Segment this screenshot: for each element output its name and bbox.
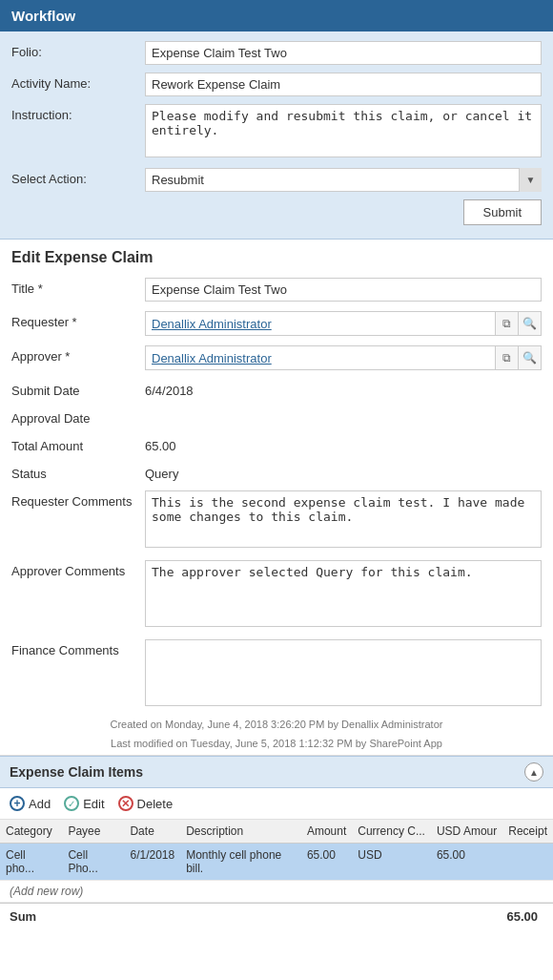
submit-row: Submit [11, 199, 542, 225]
instruction-textarea[interactable]: Please modify and resubmit this claim, o… [145, 104, 542, 157]
add-icon: + [10, 796, 25, 811]
items-table: Category Payee Date Description Amount C… [0, 820, 553, 881]
workflow-header: Workflow [0, 0, 553, 31]
finance-comments-textarea[interactable] [145, 639, 542, 706]
approval-date-value [145, 407, 542, 411]
folio-input[interactable] [145, 41, 542, 65]
finance-comments-row: Finance Comments [11, 639, 542, 709]
table-row[interactable]: Cell pho... Cell Pho... 6/1/2018 Monthly… [0, 844, 553, 881]
submit-button[interactable]: Submit [463, 199, 542, 225]
collapse-button[interactable]: ▲ [524, 762, 543, 782]
finance-comments-label: Finance Comments [11, 639, 145, 657]
sum-value: 65.00 [506, 909, 543, 924]
cell-currency: USD [352, 844, 431, 881]
title-input[interactable] [145, 278, 542, 302]
meta-modified: Last modified on Tuesday, June 5, 2018 1… [11, 738, 542, 749]
title-row: Title * [11, 278, 542, 302]
folio-label: Folio: [11, 41, 145, 59]
status-text: Query [145, 463, 542, 481]
meta-created: Created on Monday, June 4, 2018 3:26:20 … [11, 719, 542, 730]
approver-label: Approver * [11, 345, 145, 364]
submit-date-text: 6/4/2018 [145, 380, 542, 398]
cell-amount: 65.00 [301, 844, 352, 881]
requester-copy-icon[interactable]: ⧉ [495, 312, 518, 335]
instruction-label: Instruction: [11, 104, 145, 122]
add-label: Add [29, 797, 51, 811]
col-category: Category [0, 820, 62, 844]
approver-input-group: ⧉ 🔍 [145, 345, 542, 370]
folio-row: Folio: [11, 41, 542, 65]
cell-usd-amount: 65.00 [431, 844, 502, 881]
title-label: Title * [11, 278, 145, 296]
select-action-container: Resubmit Cancel ▼ [145, 168, 542, 192]
add-button[interactable]: + Add [10, 796, 51, 811]
sum-label: Sum [10, 909, 36, 924]
delete-label: Delete [137, 797, 174, 811]
instruction-value-wrap: Please modify and resubmit this claim, o… [145, 104, 542, 160]
items-section-title: Expense Claim Items [10, 764, 143, 780]
approval-date-row: Approval Date [11, 407, 542, 426]
approver-comments-label: Approver Comments [11, 560, 145, 578]
cell-receipt [502, 844, 553, 881]
col-usd-amount: USD Amour [431, 820, 502, 844]
col-receipt: Receipt [502, 820, 553, 844]
select-action-wrap: Resubmit Cancel ▼ [145, 168, 542, 192]
edit-button[interactable]: ✓ Edit [64, 796, 104, 811]
select-action-label: Select Action: [11, 168, 145, 186]
cell-description: Monthly cell phone bill. [180, 844, 301, 881]
col-payee: Payee [62, 820, 124, 844]
delete-button[interactable]: ✕ Delete [118, 796, 174, 811]
items-section-header: Expense Claim Items ▲ [0, 756, 553, 788]
approver-comments-textarea[interactable]: The approver selected Query for this cla… [145, 560, 542, 627]
workflow-title: Workflow [11, 8, 75, 24]
cell-date: 6/1/2018 [124, 844, 180, 881]
status-label: Status [11, 463, 145, 481]
instruction-row: Instruction: Please modify and resubmit … [11, 104, 542, 160]
cell-payee: Cell Pho... [62, 844, 124, 881]
requester-comments-row: Requester Comments This is the second ex… [11, 490, 542, 551]
table-header-row: Category Payee Date Description Amount C… [0, 820, 553, 844]
requester-comments-label: Requester Comments [11, 490, 145, 509]
requester-input-group: ⧉ 🔍 [145, 311, 542, 336]
title-value-wrap [145, 278, 542, 302]
col-amount: Amount [301, 820, 352, 844]
activity-label: Activity Name: [11, 73, 145, 91]
add-new-row-label[interactable]: (Add new row) [0, 881, 553, 903]
col-description: Description [180, 820, 301, 844]
requester-search-icon[interactable]: 🔍 [518, 312, 541, 335]
submit-date-label: Submit Date [11, 380, 145, 398]
requester-row: Requester * ⧉ 🔍 [11, 311, 542, 336]
status-row: Status Query [11, 463, 542, 481]
workflow-section: Folio: Activity Name: Instruction: Pleas… [0, 31, 553, 240]
approval-date-text [145, 407, 542, 411]
edit-expense-claim-section: Edit Expense Claim Title * Requester * ⧉… [0, 240, 553, 756]
total-amount-value: 65.00 [145, 435, 542, 453]
edit-section-title: Edit Expense Claim [11, 249, 542, 266]
approver-input[interactable] [146, 347, 495, 369]
requester-input[interactable] [146, 313, 495, 335]
activity-row: Activity Name: [11, 73, 542, 96]
activity-input[interactable] [145, 73, 542, 96]
select-action-row: Select Action: Resubmit Cancel ▼ [11, 168, 542, 192]
sum-row: Sum 65.00 [0, 903, 553, 929]
total-amount-label: Total Amount [11, 435, 145, 453]
total-amount-text: 65.00 [145, 435, 542, 453]
approver-comments-row: Approver Comments The approver selected … [11, 560, 542, 630]
finance-comments-value-wrap [145, 639, 542, 709]
edit-label: Edit [83, 797, 104, 811]
requester-comments-textarea[interactable]: This is the second expense claim test. I… [145, 490, 542, 548]
approver-comments-value-wrap: The approver selected Query for this cla… [145, 560, 542, 630]
col-date: Date [124, 820, 180, 844]
approver-copy-icon[interactable]: ⧉ [495, 346, 518, 369]
approver-search-icon[interactable]: 🔍 [518, 346, 541, 369]
items-toolbar: + Add ✓ Edit ✕ Delete [0, 788, 553, 820]
edit-icon: ✓ [64, 796, 79, 811]
col-currency: Currency C... [352, 820, 431, 844]
expense-claim-items-section: Expense Claim Items ▲ + Add ✓ Edit ✕ Del… [0, 756, 553, 929]
approver-row: Approver * ⧉ 🔍 [11, 345, 542, 370]
requester-value-wrap: ⧉ 🔍 [145, 311, 542, 336]
select-action-dropdown[interactable]: Resubmit Cancel [145, 168, 542, 192]
submit-date-row: Submit Date 6/4/2018 [11, 380, 542, 398]
approver-value-wrap: ⧉ 🔍 [145, 345, 542, 370]
submit-date-value: 6/4/2018 [145, 380, 542, 398]
